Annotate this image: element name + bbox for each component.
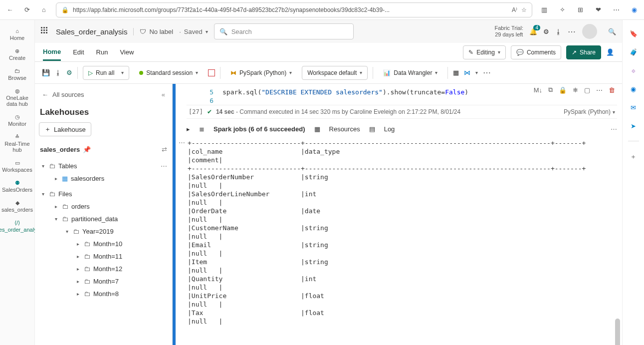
favorite-icon[interactable]: ☆ [521,6,527,13]
folder-label: Month=8 [93,290,119,298]
tree-folder-orders[interactable]: ▸ 🗀 orders [39,200,168,213]
delete-cell-icon[interactable]: 🗑 [609,86,615,94]
toolbar-more-icon[interactable]: ⋯ [483,68,491,77]
expand-jobs-icon[interactable]: ▸ [187,125,190,133]
data-wrangler-button[interactable]: 📊Data Wrangler▾ [378,66,442,80]
language-button[interactable]: ⧓PySpark (Python)▾ [225,66,297,80]
copilot-icon[interactable]: ◉ [629,5,639,15]
copy-cell-icon[interactable]: ⧉ [548,86,553,94]
home-button[interactable]: ⌂ [39,5,49,15]
freeze-icon[interactable]: ❄ [573,86,578,94]
collapse-icon[interactable]: « [162,91,165,98]
run-all-button[interactable]: ▷Run all▾ [83,66,129,80]
tree-table-salesorders[interactable]: ▸ ▦ salesorders [39,172,168,185]
collections-icon[interactable]: ⊞ [575,5,585,15]
back-button[interactable]: ← [5,5,15,15]
sync-icon[interactable]: ⇄ [162,146,167,153]
rail-monitor[interactable]: ◷Monitor [0,111,34,130]
shield-icon: 🛡 [140,28,146,35]
settings-gear-icon[interactable]: ⚙ [66,69,72,76]
session-button[interactable]: Standard session▾ [134,66,203,80]
rail-browse[interactable]: 🗀Browse [0,65,34,84]
layout-icon[interactable]: ▦ [453,69,459,76]
cell-lang-dropdown[interactable]: PySpark (Python)▾ [564,108,615,115]
add-app-icon[interactable]: ＋ [630,152,637,161]
overflow-icon[interactable]: ⋯ [611,5,621,15]
avatar[interactable] [582,24,597,39]
save-icon[interactable]: 💾 [42,69,50,76]
tab-run[interactable]: Run [96,48,108,60]
tree-folder-month[interactable]: ▸🗀Month=10 [39,238,168,250]
rail-salesorders-lh[interactable]: ◆sales_orders [0,197,34,216]
more-icon[interactable]: ⋯ [568,27,576,36]
send-icon[interactable]: ➤ [631,122,636,130]
refresh-button[interactable]: ⟳ [22,5,32,15]
office-icon[interactable]: ◉ [631,85,636,93]
chevron-down-icon[interactable]: ▾ [475,70,478,75]
people-icon[interactable]: 👤 [606,48,614,56]
save-state[interactable]: ·Saved ▾ [179,28,208,35]
tree-folder-month[interactable]: ▸🗀Month=12 [39,263,168,275]
search-input[interactable]: 🔍 Search [214,23,354,39]
rail-notebook[interactable]: ⟨/⟩Sales_order_analysis [0,217,34,236]
rail-onelake[interactable]: ◍OneLake data hub [0,85,34,110]
log-link[interactable]: Log [384,125,395,133]
extension-icon[interactable]: ❤ [593,5,603,15]
read-aloud-icon[interactable]: A⁾ [512,6,517,13]
tree-lakehouse-root[interactable]: sales_orders 📌 ⇄ [39,143,168,156]
resources-link[interactable]: Resources [329,125,360,133]
tree-files[interactable]: ▾ 🗀 Files [39,188,168,200]
tree-folder-month[interactable]: ▸🗀Month=7 [39,275,168,288]
tree-tables[interactable]: ▾ 🗀 Tables ⋯ [39,160,168,172]
stop-icon[interactable] [208,69,215,76]
save-state-text: Saved [184,28,203,35]
download-nb-icon[interactable]: ⭳ [55,69,61,76]
rail-home[interactable]: ⌂Home [0,25,34,44]
pin-icon[interactable]: 📌 [83,146,91,153]
briefcase-icon[interactable]: 🧳 [630,48,638,56]
rail-realtime[interactable]: ≙Real-Time hub [0,131,34,156]
rail-workspaces[interactable]: ▭Workspaces [0,157,34,176]
rail-create[interactable]: ⊕Create [0,45,34,64]
comment-cell-icon[interactable]: ▢ [584,86,590,94]
tree-folder-month[interactable]: ▸🗀Month=11 [39,250,168,263]
notifications-button[interactable]: 🔔 4 [529,28,537,35]
rail-salesorders-ws[interactable]: ⚉SalesOrders [0,177,34,196]
favorites-icon[interactable]: ✧ [557,5,567,15]
sensitivity-label[interactable]: 🛡 No label [133,28,173,35]
workspace-dropdown[interactable]: Workspace default▾ [302,66,368,80]
split-icon[interactable]: ▥ [539,5,549,15]
app-launcher-icon[interactable] [41,27,50,36]
panel-more-icon[interactable]: ⋯ [179,139,185,146]
settings-icon[interactable]: ⚙ [543,28,549,35]
all-sources-link[interactable]: ← All sources « [39,89,168,100]
tree-folder-month[interactable]: ▸🗀Month=8 [39,288,168,300]
lock-icon[interactable]: 🔒 [559,86,567,94]
scrollbar-thumb[interactable] [615,319,620,345]
add-lakehouse-button[interactable]: ＋Lakehouse [39,122,91,136]
comments-button[interactable]: 💬Comments [511,45,561,59]
markdown-icon[interactable]: M↓ [534,86,542,94]
tab-edit[interactable]: Edit [73,48,84,60]
vscode-icon[interactable]: ⋈ [464,69,470,76]
tab-home[interactable]: Home [43,48,61,61]
tree-folder-year[interactable]: ▾ 🗀 Year=2019 [39,225,168,238]
scrollbar[interactable] [615,84,621,345]
cell-more-icon[interactable]: ⋯ [596,86,603,94]
right-search-icon[interactable]: 🔍 [608,28,616,35]
outlook-icon[interactable]: ✉ [631,104,636,111]
jobs-row: ▸ ≣ Spark jobs (6 of 6 succeeded) ▦ Reso… [187,121,617,137]
trial-info[interactable]: Fabric Trial: 29 days left [495,25,523,38]
spark-jobs-link[interactable]: Spark jobs (6 of 6 succeeded) [214,125,305,133]
more-icon[interactable]: ⋯ [161,162,167,170]
lakehouse-panel: ← All sources « Lakehouses ＋Lakehouse sa… [35,84,173,345]
copilot-rail-icon[interactable]: ⟐ [632,67,636,74]
tree-folder-partitioned[interactable]: ▾ 🗀 partitioned_data [39,213,168,225]
share-button[interactable]: ↗Share [566,45,601,59]
tag-icon[interactable]: 🔖 [630,30,638,37]
download-icon[interactable]: ⭳ [555,28,562,35]
doc-title[interactable]: Sales_order_analysis [56,27,127,36]
tab-view[interactable]: View [120,48,134,60]
address-bar[interactable]: 🔒 https://app.fabric.microsoft.com/group… [56,2,532,17]
editing-mode-button[interactable]: ✎Editing▾ [463,45,506,59]
